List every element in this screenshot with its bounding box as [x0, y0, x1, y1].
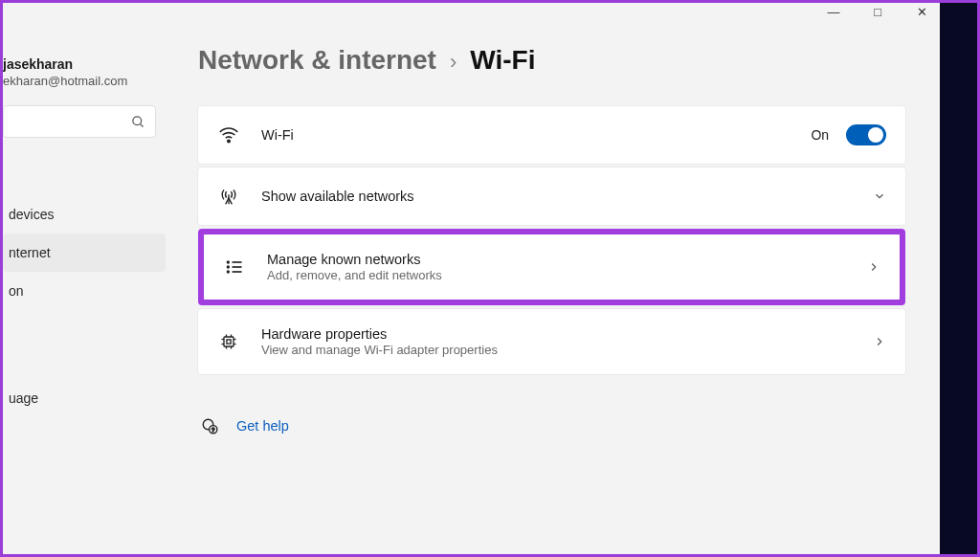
- breadcrumb-parent[interactable]: Network & internet: [198, 45, 436, 76]
- manage-known-networks-card[interactable]: Manage known networks Add, remove, and e…: [204, 234, 900, 300]
- sidebar-item-personalization[interactable]: on: [3, 272, 166, 310]
- wifi-icon: [217, 123, 240, 146]
- svg-point-6: [228, 266, 230, 268]
- svg-rect-10: [224, 337, 234, 346]
- profile-email: ekharan@hotmail.com: [3, 74, 166, 88]
- help-row: ? Get help: [198, 416, 905, 435]
- get-help-link[interactable]: Get help: [236, 418, 289, 434]
- wifi-title: Wi-Fi: [261, 127, 790, 143]
- available-networks-title: Show available networks: [261, 189, 852, 204]
- content-pane: Network & internet › Wi-Fi Wi-Fi On: [166, 3, 940, 554]
- profile-block[interactable]: jasekharan ekharan@hotmail.com: [3, 56, 166, 88]
- list-icon: [223, 256, 246, 278]
- wifi-state-label: On: [811, 127, 829, 143]
- chevron-down-icon: [873, 189, 886, 203]
- breadcrumb: Network & internet › Wi-Fi: [198, 45, 905, 76]
- sidebar-item-language[interactable]: uage: [3, 379, 166, 417]
- known-networks-title: Manage known networks: [267, 252, 846, 267]
- wifi-toggle-card: Wi-Fi On: [198, 106, 905, 164]
- search-icon: [131, 115, 145, 129]
- profile-name: jasekharan: [3, 56, 166, 72]
- sidebar-item-devices[interactable]: devices: [3, 195, 166, 234]
- breadcrumb-current: Wi-Fi: [470, 45, 535, 76]
- hardware-properties-card[interactable]: Hardware properties View and manage Wi-F…: [198, 309, 905, 374]
- svg-rect-11: [227, 340, 231, 344]
- close-button[interactable]: ✕: [913, 5, 930, 19]
- hardware-title: Hardware properties: [261, 326, 852, 342]
- svg-point-0: [133, 116, 142, 124]
- available-networks-card[interactable]: Show available networks: [198, 167, 905, 225]
- settings-window: — □ ✕ jasekharan ekharan@hotmail.com dev…: [3, 3, 940, 554]
- help-icon: ?: [200, 416, 219, 435]
- chevron-right-icon: [867, 260, 880, 274]
- sidebar-item-network[interactable]: nternet: [3, 234, 166, 272]
- maximize-button[interactable]: □: [869, 5, 886, 19]
- chevron-right-icon: [873, 335, 886, 348]
- search-input[interactable]: [3, 105, 156, 138]
- svg-line-1: [140, 123, 143, 126]
- minimize-button[interactable]: —: [825, 5, 842, 19]
- known-networks-sub: Add, remove, and edit networks: [267, 268, 846, 282]
- wifi-toggle[interactable]: [846, 124, 886, 145]
- window-controls: — □ ✕: [825, 5, 940, 19]
- chevron-right-icon: ›: [450, 50, 457, 75]
- chip-icon: [217, 330, 240, 353]
- sidebar: jasekharan ekharan@hotmail.com devices n…: [3, 3, 166, 554]
- highlight-box: Manage known networks Add, remove, and e…: [198, 229, 905, 305]
- hardware-sub: View and manage Wi-Fi adapter properties: [261, 343, 852, 357]
- svg-point-8: [228, 271, 230, 273]
- antenna-icon: [217, 185, 240, 208]
- svg-point-2: [228, 140, 230, 142]
- svg-point-4: [228, 261, 230, 263]
- desktop-background-edge: [940, 3, 977, 554]
